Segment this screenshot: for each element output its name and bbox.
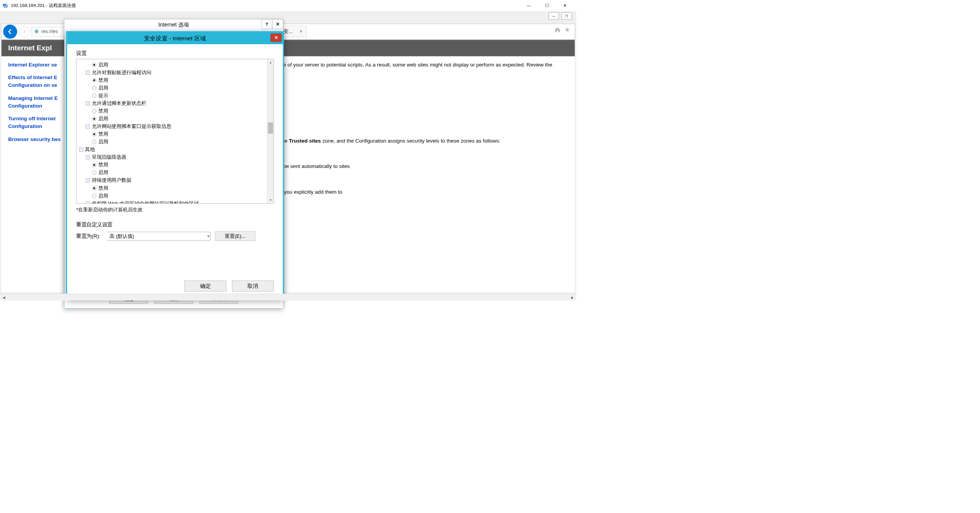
category-icon xyxy=(86,71,90,75)
tree-category: 允许对剪贴板进行编程访问 xyxy=(79,69,271,76)
radio-option[interactable]: 提示 xyxy=(79,92,271,100)
dialog-titlebar[interactable]: 安全设置 - Internet 区域 ✕ xyxy=(67,32,283,44)
close-button[interactable]: ✕ xyxy=(270,34,281,42)
reset-to-label: 重置为(R): xyxy=(76,232,102,239)
radio-option[interactable]: 禁用 xyxy=(79,76,271,84)
tree-category: 其他 xyxy=(79,146,271,153)
close-button[interactable]: ✕ xyxy=(556,0,574,10)
close-button[interactable]: ✕ xyxy=(272,20,283,29)
category-icon xyxy=(86,125,90,129)
radio-option[interactable]: 禁用 xyxy=(79,161,271,169)
inner-minimize-button[interactable]: — xyxy=(549,12,559,20)
restart-note: *在重新启动你的计算机后生效 xyxy=(76,206,274,213)
security-settings-dialog: 安全设置 - Internet 区域 ✕ 设置 启用 允许对剪贴板进行编程访问 … xyxy=(66,31,284,299)
category-icon xyxy=(79,148,83,152)
back-button[interactable] xyxy=(3,25,17,38)
ie-toolbar-right xyxy=(554,27,570,34)
scroll-thumb[interactable] xyxy=(268,123,273,134)
tree-category: 低权限 Web 内容区域中的网站可以导航到此区域 xyxy=(79,200,271,204)
reset-section: 重置自定义设置 重置为(R): 高 (默认值) 重置(E)... xyxy=(76,221,274,241)
cancel-button[interactable]: 取消 xyxy=(232,281,274,291)
scroll-down-icon[interactable]: ▼ xyxy=(267,197,274,203)
reset-level-select[interactable]: 高 (默认值) xyxy=(107,232,211,240)
window-controls: — ☐ ✕ xyxy=(520,0,574,10)
category-icon xyxy=(86,201,90,203)
help-button[interactable]: ? xyxy=(261,20,272,29)
tree-content: 启用 允许对剪贴板进行编程访问 禁用 启用 提示 允许通过脚本更新状态栏 禁用 … xyxy=(76,59,274,204)
radio-option[interactable]: 启用 xyxy=(79,84,271,92)
reset-label: 重置自定义设置 xyxy=(76,221,274,228)
maximize-button[interactable]: ☐ xyxy=(538,0,556,10)
scroll-up-icon[interactable]: ▲ xyxy=(267,59,274,65)
category-icon xyxy=(86,101,90,106)
address-text: res://ies xyxy=(41,29,58,34)
rdp-title: 192.168.184.201 - 远程桌面连接 xyxy=(11,2,520,8)
category-icon xyxy=(86,178,90,183)
favorites-icon[interactable] xyxy=(564,27,570,34)
dialog-title: 安全设置 - Internet 区域 xyxy=(144,34,206,42)
settings-tree[interactable]: 启用 允许对剪贴板进行编程访问 禁用 启用 提示 允许通过脚本更新状态栏 禁用 … xyxy=(76,59,274,203)
ok-button[interactable]: 确定 xyxy=(184,281,226,291)
tree-category: 呈现旧版筛选器 xyxy=(79,153,271,161)
rdp-titlebar: 192.168.184.201 - 远程桌面连接 — ☐ ✕ xyxy=(0,0,576,11)
tree-category: 允许通过脚本更新状态栏 xyxy=(79,100,271,107)
minimize-button[interactable]: — xyxy=(520,0,538,10)
reset-button[interactable]: 重置(E)... xyxy=(215,231,255,241)
inner-restore-button[interactable]: ❐ xyxy=(562,12,572,20)
dialog-body: 设置 启用 允许对剪贴板进行编程访问 禁用 启用 提示 允许通过脚本更新状态栏 … xyxy=(67,44,283,298)
scroll-left-icon[interactable]: ◀ xyxy=(1,294,7,300)
radio-option[interactable]: 启用 xyxy=(79,115,271,123)
category-icon xyxy=(86,155,90,159)
ie-logo-icon xyxy=(34,29,40,34)
inner-window-caption: — ❐ xyxy=(549,12,572,20)
radio-option[interactable]: 禁用 xyxy=(79,184,271,192)
settings-label: 设置 xyxy=(76,50,274,56)
radio-option[interactable]: 启用 xyxy=(79,61,271,69)
rdp-content: — ❐ res://ies Internet Explorer 增强的安... … xyxy=(0,11,576,300)
rdp-icon xyxy=(2,3,8,8)
tree-category: 持续使用用户数据 xyxy=(79,176,271,184)
scrollbar[interactable]: ▲ ▼ xyxy=(267,59,274,203)
home-icon[interactable] xyxy=(554,27,560,34)
tree-category: 允许网站使用脚本窗口提示获取信息 xyxy=(79,123,271,130)
tab-close-button[interactable]: × xyxy=(300,29,303,35)
radio-option[interactable]: 禁用 xyxy=(79,130,271,138)
svg-rect-1 xyxy=(4,5,7,7)
radio-option[interactable]: 启用 xyxy=(79,169,271,176)
radio-option[interactable]: 启用 xyxy=(79,192,271,200)
forward-button[interactable] xyxy=(19,26,30,37)
radio-option[interactable]: 禁用 xyxy=(79,107,271,115)
dialog-title: Internet 选项 ? ✕ xyxy=(65,20,283,30)
horizontal-scrollbar[interactable]: ◀ ▶ xyxy=(0,294,576,300)
scroll-right-icon[interactable]: ▶ xyxy=(569,294,575,300)
dialog-buttons: 确定 取消 xyxy=(184,281,274,291)
radio-option[interactable]: 启用 xyxy=(79,138,271,146)
